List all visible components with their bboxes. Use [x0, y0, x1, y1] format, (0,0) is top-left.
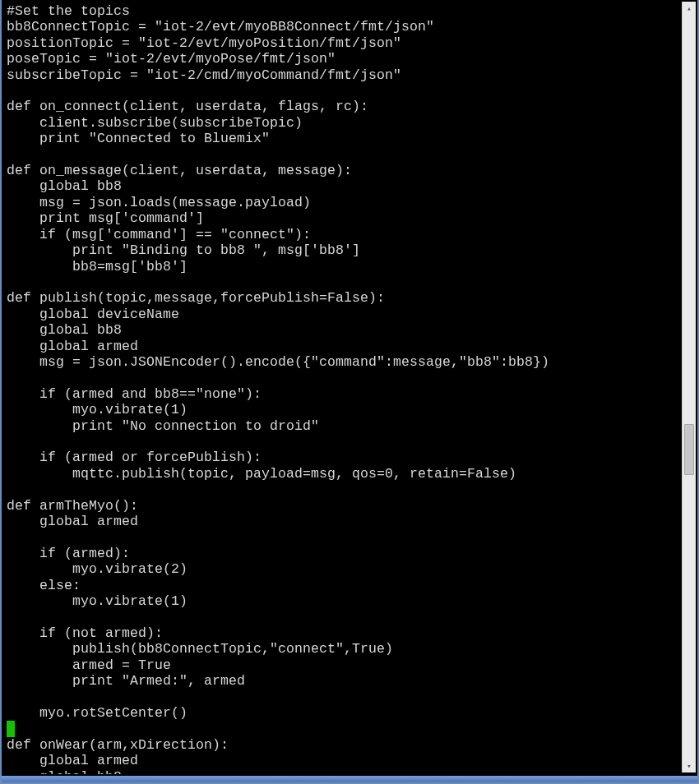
terminal-window: #Set the topics bb8ConnectTopic = "iot-2… [0, 0, 699, 784]
scroll-track[interactable] [683, 15, 696, 759]
code-editor[interactable]: #Set the topics bb8ConnectTopic = "iot-2… [2, 0, 683, 774]
code-text: #Set the topics bb8ConnectTopic = "iot-2… [7, 3, 549, 721]
scroll-down-arrow-icon[interactable]: ▾ [683, 759, 696, 772]
window-bottom-border [2, 776, 697, 782]
scroll-up-arrow-icon[interactable]: ▴ [683, 2, 696, 15]
scroll-thumb[interactable] [684, 424, 694, 475]
vertical-scrollbar[interactable]: ▴ ▾ [682, 2, 696, 772]
text-cursor [7, 721, 15, 736]
code-text-after: def onWear(arm,xDirection): global armed… [7, 737, 393, 774]
